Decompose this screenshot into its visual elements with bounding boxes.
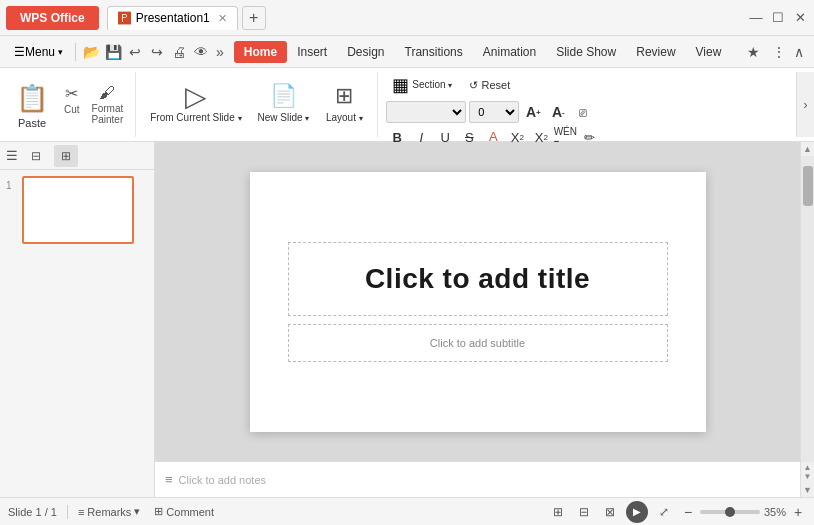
slide-canvas: Click to add title Click to add subtitle xyxy=(155,142,800,461)
more-toolbar-button[interactable]: » xyxy=(212,44,228,60)
layout-button[interactable]: ⊞ Layout ▾ xyxy=(319,76,369,128)
scroll-mid-down[interactable]: ▼ xyxy=(804,473,812,481)
comment-icon: ⊞ xyxy=(154,505,163,518)
undo-icon[interactable]: ↩ xyxy=(124,41,146,63)
paste-button[interactable]: 📋 Paste xyxy=(8,79,56,131)
font-size-select[interactable]: 0 xyxy=(469,101,519,123)
tab-review[interactable]: Review xyxy=(626,41,685,63)
cut-label: Cut xyxy=(64,104,80,115)
slides-content: ▷ From Current Slide ▾ 📄 New Slide ▾ ⊞ L… xyxy=(144,72,369,137)
close-tab-button[interactable]: ✕ xyxy=(218,12,227,25)
menu-bar: ☰ Menu ▾ 📂 💾 ↩ ↪ 🖨 👁 » Home Insert Desig… xyxy=(0,36,814,68)
more-options-icon[interactable]: ⋮ xyxy=(768,41,790,63)
scroll-mid-up[interactable]: ▲ xyxy=(804,464,812,472)
cut-button[interactable]: ✂ Cut xyxy=(60,82,84,127)
notes-area[interactable]: ≡ Click to add notes xyxy=(155,461,800,497)
tab-insert[interactable]: Insert xyxy=(287,41,337,63)
skin-icon[interactable]: ★ xyxy=(742,41,764,63)
presentation-icon: 🅿 xyxy=(118,11,131,26)
decrease-font-button[interactable]: A- xyxy=(547,101,569,123)
layout-icon: ⊞ xyxy=(328,80,360,112)
paste-sub-group: ✂ Cut 🖌 FormatPainter xyxy=(60,82,127,127)
vertical-scrollbar[interactable]: ▲ ▲ ▼ ▼ xyxy=(800,142,814,497)
main-area: ☰ ⊟ ⊞ 1 Click to add title Click to add … xyxy=(0,142,814,497)
section-label: Section ▾ xyxy=(412,79,452,91)
zoom-slider[interactable] xyxy=(700,510,760,514)
close-window-button[interactable]: ✕ xyxy=(792,10,808,26)
save-icon[interactable]: 💾 xyxy=(102,41,124,63)
view-notes-button[interactable]: ⊠ xyxy=(600,502,620,522)
zoom-plus-button[interactable]: + xyxy=(790,504,806,520)
scroll-up-arrow[interactable]: ▲ xyxy=(801,142,815,156)
thumbnail-view-button[interactable]: ⊞ xyxy=(54,145,78,167)
slide-title-text: Click to add title xyxy=(299,263,657,295)
font-family-select[interactable] xyxy=(386,101,466,123)
view-slides-button[interactable]: ⊞ xyxy=(548,502,568,522)
section-button[interactable]: ▦ Section ▾ xyxy=(386,72,458,98)
grid-view-button[interactable]: ⊟ xyxy=(24,145,48,167)
new-slide-button[interactable]: 📄 New Slide ▾ xyxy=(252,76,316,128)
reset-label: Reset xyxy=(481,79,510,91)
menu-label: Menu xyxy=(25,45,55,59)
minimize-button[interactable]: — xyxy=(748,10,764,26)
format-content: ▦ Section ▾ ↺ Reset 0 A+ A- ⎚ xyxy=(386,72,788,148)
panel-toolbar: ☰ ⊟ ⊞ xyxy=(0,142,154,170)
status-bar: Slide 1 / 1 ≡ Remarks ▾ ⊞ Comment ⊞ ⊟ ⊠ … xyxy=(0,497,814,525)
increase-font-button[interactable]: A+ xyxy=(522,101,544,123)
new-tab-button[interactable]: + xyxy=(242,6,266,30)
redo-icon[interactable]: ↪ xyxy=(146,41,168,63)
panel-toggle-button[interactable]: ☰ xyxy=(6,148,18,163)
scroll-track[interactable] xyxy=(801,156,814,462)
zoom-minus-button[interactable]: − xyxy=(680,504,696,520)
menu-toggle-button[interactable]: ☰ Menu ▾ xyxy=(6,42,71,62)
format-painter-icon: 🖌 xyxy=(99,84,115,102)
section-icon: ▦ xyxy=(392,74,409,96)
play-icon: ▶ xyxy=(633,506,641,517)
slide-thumbnail-1[interactable]: 1 xyxy=(6,176,148,244)
new-slide-icon: 📄 xyxy=(267,80,299,112)
ribbon: 📋 Paste ✂ Cut 🖌 FormatPainter ▷ From Cur… xyxy=(0,68,814,142)
slide-subtitle-placeholder[interactable]: Click to add subtitle xyxy=(288,324,668,362)
remarks-button[interactable]: ≡ Remarks ▾ xyxy=(78,505,140,518)
from-current-slide-label: From Current Slide ▾ xyxy=(150,112,241,124)
tab-transitions[interactable]: Transitions xyxy=(395,41,473,63)
preview-icon[interactable]: 👁 xyxy=(190,41,212,63)
clipboard-content: 📋 Paste ✂ Cut 🖌 FormatPainter xyxy=(8,72,127,137)
clear-format-button[interactable]: ⎚ xyxy=(572,101,594,123)
document-tab[interactable]: 🅿 Presentation1 ✕ xyxy=(107,6,238,30)
ribbon-scroll-right[interactable]: › xyxy=(796,72,814,137)
maximize-button[interactable]: ☐ xyxy=(770,10,786,26)
zoom-controls: − 35% + xyxy=(680,504,806,520)
slide-thumbnails: 1 xyxy=(0,170,154,497)
play-slideshow-button[interactable]: ▶ xyxy=(626,501,648,523)
slide-thumb-1[interactable] xyxy=(22,176,134,244)
view-outline-button[interactable]: ⊟ xyxy=(574,502,594,522)
tab-design[interactable]: Design xyxy=(337,41,394,63)
print-icon[interactable]: 🖨 xyxy=(168,41,190,63)
tab-slideshow[interactable]: Slide Show xyxy=(546,41,626,63)
comment-button[interactable]: ⊞ Comment xyxy=(154,505,214,518)
tab-view[interactable]: View xyxy=(686,41,732,63)
slides-panel: ☰ ⊟ ⊞ 1 xyxy=(0,142,155,497)
reset-button[interactable]: ↺ Reset xyxy=(462,76,517,95)
hamburger-icon: ☰ xyxy=(14,45,25,59)
zoom-level-display[interactable]: 35% xyxy=(764,506,786,518)
slide-title-placeholder[interactable]: Click to add title xyxy=(288,242,668,316)
menu-dropdown-arrow: ▾ xyxy=(58,47,63,57)
scroll-down-arrow[interactable]: ▼ xyxy=(801,483,815,497)
scroll-thumb[interactable] xyxy=(803,166,813,206)
remarks-icon: ≡ xyxy=(78,506,84,518)
from-current-slide-button[interactable]: ▷ From Current Slide ▾ xyxy=(144,76,247,128)
new-slide-label: New Slide ▾ xyxy=(258,112,310,124)
status-divider-1 xyxy=(67,505,68,519)
collapse-ribbon-button[interactable]: ∧ xyxy=(794,44,804,60)
document-tab-label: Presentation1 xyxy=(136,11,210,25)
format-painter-button[interactable]: 🖌 FormatPainter xyxy=(88,82,128,127)
tab-animation[interactable]: Animation xyxy=(473,41,546,63)
status-left: Slide 1 / 1 ≡ Remarks ▾ ⊞ Comment xyxy=(8,505,214,519)
from-current-slide-icon: ▷ xyxy=(180,80,212,112)
open-file-icon[interactable]: 📂 xyxy=(80,41,102,63)
tab-home[interactable]: Home xyxy=(234,41,287,63)
wps-logo-button[interactable]: WPS Office xyxy=(6,6,99,30)
fit-page-button[interactable]: ⤢ xyxy=(654,502,674,522)
